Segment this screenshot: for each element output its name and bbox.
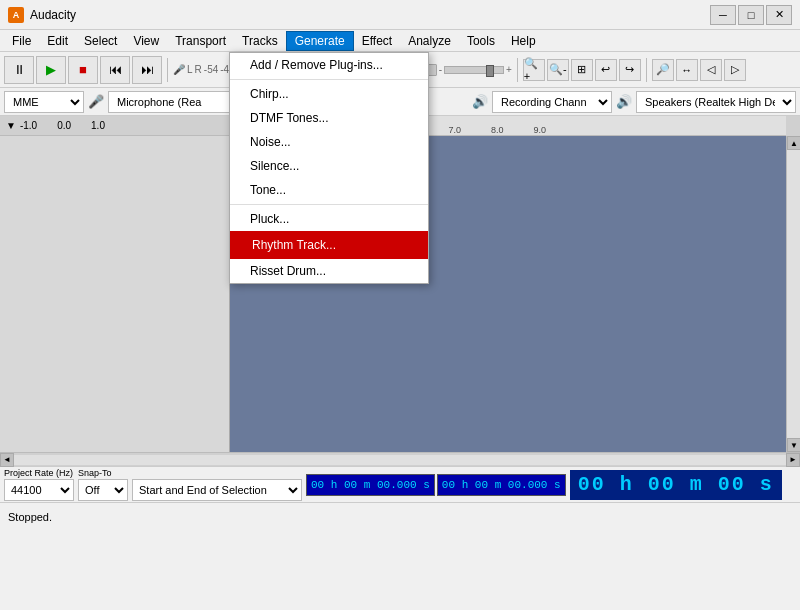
speaker-icon2: 🔊 [616,94,632,109]
spacer-top [132,468,302,478]
title-bar-text: Audacity [30,8,710,22]
down-arrow-icon: ▼ [6,120,16,131]
mic-small-icon: 🎤 [88,94,104,109]
close-button[interactable]: ✕ [766,5,792,25]
selection-mode-group: Start and End of Selection [132,468,302,501]
play-button[interactable]: ▶ [36,56,66,84]
audio-host-select[interactable]: MME [4,91,84,113]
ruler-minus-label: -1.0 [20,120,37,131]
selection-mode-select[interactable]: Start and End of Selection [132,479,302,501]
menu-noise[interactable]: Noise... [230,130,428,154]
project-rate-label: Project Rate (Hz) [4,468,74,478]
menu-file[interactable]: File [4,32,39,50]
menu-risset-drum[interactable]: Risset Drum... [230,259,428,283]
app-icon: A [8,7,24,23]
project-rate-select[interactable]: 44100 [4,479,74,501]
toolbar-separator-4 [646,58,647,82]
time-display: 00 h 00 m 00 s [570,470,782,500]
menu-generate[interactable]: Generate [286,31,354,51]
project-rate-group: Project Rate (Hz) 44100 [4,468,74,501]
menu-tracks[interactable]: Tracks [234,32,286,50]
redo-button[interactable]: ↪ [619,59,641,81]
pause-button[interactable]: ⏸ [4,56,34,84]
horizontal-scrollbar[interactable]: ◄ ► [0,452,800,466]
menu-effect[interactable]: Effect [354,32,400,50]
vertical-scrollbar[interactable]: ▲ ▼ [786,136,800,452]
zoom-in-button[interactable]: 🔍+ [523,59,545,81]
undo-button[interactable]: ↩ [595,59,617,81]
scrollbar-corner [786,116,800,136]
menu-dtmf-tones[interactable]: DTMF Tones... [230,106,428,130]
menu-tools[interactable]: Tools [459,32,503,50]
menu-rhythm-track[interactable]: Rhythm Track... [230,231,428,259]
volume-thumb[interactable] [486,65,494,77]
snap-to-select[interactable]: Off [78,479,128,501]
skip-end-button[interactable]: ⏭ [132,56,162,84]
menu-analyze[interactable]: Analyze [400,32,459,50]
menu-bar: File Edit Select View Transport Tracks G… [0,30,800,52]
microphone-select[interactable]: Microphone (Rea [108,91,248,113]
ruler-zero-label: 0.0 [57,120,71,131]
status-bar: Stopped. [0,502,800,530]
status-text: Stopped. [8,511,52,523]
bottom-controls-bar: Project Rate (Hz) 44100 Snap-To Off Star… [0,466,800,502]
zoom-sel-button[interactable]: 🔎 [652,59,674,81]
level-label-l: L [187,64,193,75]
snap-to-group: Snap-To Off [78,468,128,501]
volume-slider[interactable] [444,66,504,74]
scroll-down-button[interactable]: ▼ [787,438,800,452]
menu-chirp[interactable]: Chirp... [230,82,428,106]
nav-fwd-button[interactable]: ▷ [724,59,746,81]
menu-select[interactable]: Select [76,32,125,50]
stop-button[interactable]: ■ [68,56,98,84]
maximize-button[interactable]: □ [738,5,764,25]
time-input-1[interactable]: 00 h 00 m 00.000 s [306,474,435,496]
menu-help[interactable]: Help [503,32,544,50]
tick-9: 9.0 [534,125,547,135]
menu-add-remove-plugins[interactable]: Add / Remove Plug-ins... [230,53,428,77]
dropdown-sep-1 [230,79,428,80]
hscroll-track[interactable] [14,455,786,465]
scroll-track[interactable] [787,150,800,438]
menu-transport[interactable]: Transport [167,32,234,50]
zoom-h-button[interactable]: ↔ [676,59,698,81]
menu-edit[interactable]: Edit [39,32,76,50]
title-bar: A Audacity ─ □ ✕ [0,0,800,30]
snap-to-label: Snap-To [78,468,128,478]
tick-8: 8.0 [491,125,504,135]
playback-icon: 🔊 [472,94,488,109]
output-device-select[interactable]: Speakers (Realtek High Definiti [636,91,796,113]
minimize-button[interactable]: ─ [710,5,736,25]
level-label-r: R [195,64,202,75]
dropdown-sep-2 [230,204,428,205]
vol-plus: + [506,64,512,75]
zoom-out-button[interactable]: 🔍- [547,59,569,81]
menu-view[interactable]: View [125,32,167,50]
time-input-2[interactable]: 00 h 00 m 00.000 s [437,474,566,496]
level-value-54: -54 [204,64,218,75]
zoom-fit-button[interactable]: ⊞ [571,59,593,81]
skip-start-button[interactable]: ⏮ [100,56,130,84]
menu-tone[interactable]: Tone... [230,178,428,202]
generate-dropdown-menu: Add / Remove Plug-ins... Chirp... DTMF T… [229,52,429,284]
tick-7: 7.0 [449,125,462,135]
track-controls-panel [0,136,230,452]
menu-silence[interactable]: Silence... [230,154,428,178]
scroll-left-button[interactable]: ◄ [0,453,14,467]
time-inputs-group: 00 h 00 m 00.000 s 00 h 00 m 00.000 s [306,474,566,496]
toolbar-separator-1 [167,58,168,82]
nav-back-button[interactable]: ◁ [700,59,722,81]
title-bar-controls: ─ □ ✕ [710,5,792,25]
ruler-one-label: 1.0 [91,120,105,131]
toolbar-separator-3 [517,58,518,82]
mic-icon: 🎤 [173,64,185,75]
menu-pluck[interactable]: Pluck... [230,207,428,231]
scroll-right-button[interactable]: ► [786,453,800,467]
recording-channel-select[interactable]: Recording Chann [492,91,612,113]
track-label-space: ▼ -1.0 0.0 1.0 [0,116,230,136]
vol-minus: - [439,64,442,75]
scroll-up-button[interactable]: ▲ [787,136,800,150]
